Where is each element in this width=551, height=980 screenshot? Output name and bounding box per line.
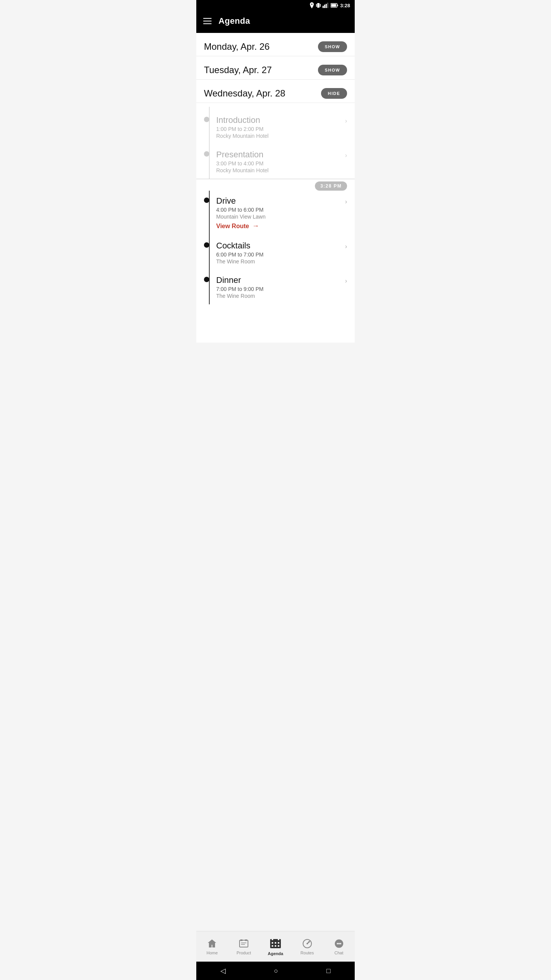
- introduction-content: Introduction 1:00 PM to 2:00 PM Rocky Mo…: [216, 115, 345, 139]
- battery-icon: [331, 3, 338, 8]
- cocktails-content: Cocktails 6:00 PM to 7:00 PM The Wine Ro…: [216, 241, 345, 265]
- dinner-title: Dinner: [216, 275, 345, 285]
- active-events-section: Drive 4:00 PM to 6:00 PM Mountain View L…: [196, 191, 355, 304]
- app-header: Agenda: [196, 11, 355, 33]
- tuesday-show-button[interactable]: SHOW: [318, 65, 347, 75]
- wednesday-hide-button[interactable]: HIDE: [321, 88, 347, 99]
- svg-rect-8: [331, 4, 336, 7]
- monday-show-button[interactable]: SHOW: [318, 41, 347, 52]
- drive-time: 4:00 PM to 6:00 PM: [216, 207, 345, 213]
- svg-rect-1: [316, 4, 317, 7]
- list-item[interactable]: Introduction 1:00 PM to 2:00 PM Rocky Mo…: [196, 110, 355, 144]
- main-content: Monday, Apr. 26 SHOW Tuesday, Apr. 27 SH…: [196, 33, 355, 343]
- presentation-content: Presentation 3:00 PM to 4:00 PM Rocky Mo…: [216, 150, 345, 173]
- wednesday-title: Wednesday, Apr. 28: [204, 88, 285, 99]
- dinner-location: The Wine Room: [216, 293, 345, 299]
- past-events-section: Introduction 1:00 PM to 2:00 PM Rocky Mo…: [196, 107, 355, 179]
- svg-rect-0: [317, 3, 320, 8]
- status-time: 3:28: [340, 3, 350, 8]
- introduction-arrow: ›: [345, 118, 347, 124]
- view-route-container[interactable]: View Route →: [216, 222, 345, 230]
- presentation-location: Rocky Mountain Hotel: [216, 167, 345, 173]
- svg-rect-5: [326, 4, 327, 8]
- introduction-location: Rocky Mountain Hotel: [216, 133, 345, 139]
- view-route-label[interactable]: View Route: [216, 223, 249, 230]
- time-badge-container: 3:28 PM: [196, 179, 355, 191]
- presentation-arrow: ›: [345, 152, 347, 159]
- svg-rect-4: [324, 5, 325, 8]
- monday-title: Monday, Apr. 26: [204, 41, 270, 52]
- dinner-arrow: ›: [345, 278, 347, 284]
- drive-content: Drive 4:00 PM to 6:00 PM Mountain View L…: [216, 196, 345, 230]
- hamburger-menu[interactable]: [203, 18, 212, 24]
- monday-section: Monday, Apr. 26 SHOW: [196, 33, 355, 56]
- event-dot-presentation: [204, 151, 209, 157]
- wednesday-events: Introduction 1:00 PM to 2:00 PM Rocky Mo…: [196, 103, 355, 304]
- current-time-badge: 3:28 PM: [315, 181, 347, 191]
- cocktails-time: 6:00 PM to 7:00 PM: [216, 252, 345, 258]
- event-dot-drive: [204, 198, 209, 203]
- presentation-time: 3:00 PM to 4:00 PM: [216, 160, 345, 167]
- list-item[interactable]: Presentation 3:00 PM to 4:00 PM Rocky Mo…: [196, 144, 355, 179]
- event-dot-cocktails: [204, 242, 209, 248]
- list-item[interactable]: Dinner 7:00 PM to 9:00 PM The Wine Room …: [196, 270, 355, 304]
- list-item[interactable]: Cocktails 6:00 PM to 7:00 PM The Wine Ro…: [196, 235, 355, 270]
- drive-location: Mountain View Lawn: [216, 214, 345, 220]
- list-item[interactable]: Drive 4:00 PM to 6:00 PM Mountain View L…: [196, 191, 355, 235]
- introduction-title: Introduction: [216, 115, 345, 125]
- event-dot-dinner: [204, 277, 209, 282]
- cocktails-title: Cocktails: [216, 241, 345, 251]
- page-title: Agenda: [218, 16, 250, 26]
- tuesday-title: Tuesday, Apr. 27: [204, 65, 272, 75]
- svg-rect-6: [327, 3, 328, 8]
- svg-rect-2: [320, 4, 321, 7]
- svg-rect-3: [323, 6, 324, 8]
- introduction-time: 1:00 PM to 2:00 PM: [216, 126, 345, 132]
- view-route-arrow-icon: →: [252, 222, 259, 230]
- dinner-time: 7:00 PM to 9:00 PM: [216, 286, 345, 292]
- status-icons: 3:28: [310, 2, 350, 8]
- signal-icon: [323, 3, 329, 8]
- cocktails-location: The Wine Room: [216, 258, 345, 265]
- status-bar: 3:28: [196, 0, 355, 11]
- wednesday-section: Wednesday, Apr. 28 HIDE: [196, 80, 355, 103]
- event-dot-introduction: [204, 117, 209, 122]
- tuesday-section: Tuesday, Apr. 27 SHOW: [196, 56, 355, 80]
- drive-arrow: ›: [345, 198, 347, 205]
- drive-title: Drive: [216, 196, 345, 206]
- cocktails-arrow: ›: [345, 243, 347, 250]
- dinner-content: Dinner 7:00 PM to 9:00 PM The Wine Room: [216, 275, 345, 299]
- svg-rect-9: [337, 5, 338, 6]
- presentation-title: Presentation: [216, 150, 345, 160]
- vibrate-icon: [316, 2, 321, 8]
- location-icon: [310, 2, 314, 8]
